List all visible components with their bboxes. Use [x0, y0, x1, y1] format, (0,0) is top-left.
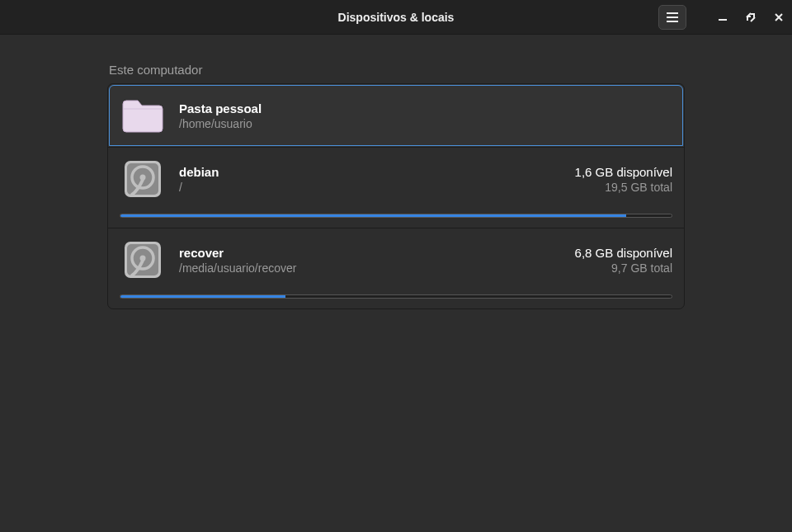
item-storage: 6,8 GB disponível 9,7 GB total	[575, 246, 672, 275]
svg-rect-1	[667, 16, 678, 18]
folder-icon	[120, 94, 166, 137]
item-path: /media/usuario/recover	[179, 261, 562, 275]
close-icon	[775, 13, 783, 21]
section-header: Este computador	[107, 58, 685, 83]
home-folder-item[interactable]: Pasta pessoal /home/usuario	[108, 84, 684, 147]
minimize-button[interactable]	[716, 11, 729, 24]
menu-button[interactable]	[658, 5, 686, 30]
content-area: Este computador Pasta pessoal /home/usua…	[0, 35, 792, 532]
available-space: 1,6 GB disponível	[575, 165, 672, 179]
this-computer-section: Este computador Pasta pessoal /home/usua…	[107, 58, 685, 309]
item-row: Pasta pessoal /home/usuario	[120, 94, 672, 137]
disk-item-root[interactable]: debian / 1,6 GB disponível 19,5 GB total	[108, 147, 684, 228]
item-name: Pasta pessoal	[179, 101, 672, 115]
titlebar-controls	[658, 5, 785, 30]
maximize-button[interactable]	[744, 11, 757, 24]
devices-list: Pasta pessoal /home/usuario	[107, 83, 685, 309]
hard-drive-icon	[120, 158, 166, 200]
item-path: /	[179, 181, 562, 194]
item-storage: 1,6 GB disponível 19,5 GB total	[575, 165, 672, 194]
item-row: recover /media/usuario/recover 6,8 GB di…	[120, 238, 672, 281]
total-space: 9,7 GB total	[575, 261, 672, 275]
usage-bar	[120, 214, 672, 218]
item-row: debian / 1,6 GB disponível 19,5 GB total	[120, 158, 672, 200]
svg-rect-2	[667, 21, 678, 22]
item-text: Pasta pessoal /home/usuario	[179, 101, 672, 130]
item-name: recover	[179, 246, 562, 260]
hamburger-icon	[666, 12, 679, 22]
total-space: 19,5 GB total	[575, 181, 672, 194]
hard-drive-icon	[120, 238, 166, 281]
item-text: debian /	[179, 165, 562, 194]
available-space: 6,8 GB disponível	[575, 246, 672, 260]
item-path: /home/usuario	[179, 117, 672, 130]
close-button[interactable]	[772, 11, 785, 24]
svg-rect-0	[667, 12, 678, 14]
usage-bar	[120, 294, 672, 299]
maximize-icon	[746, 12, 756, 22]
disk-item-recover[interactable]: recover /media/usuario/recover 6,8 GB di…	[108, 228, 684, 308]
svg-rect-3	[719, 19, 727, 21]
minimize-icon	[719, 13, 727, 21]
item-text: recover /media/usuario/recover	[179, 246, 562, 275]
titlebar: Dispositivos & locais	[0, 0, 792, 35]
usage-bar-fill	[120, 214, 626, 217]
item-name: debian	[179, 165, 562, 179]
usage-bar-fill	[120, 295, 285, 298]
